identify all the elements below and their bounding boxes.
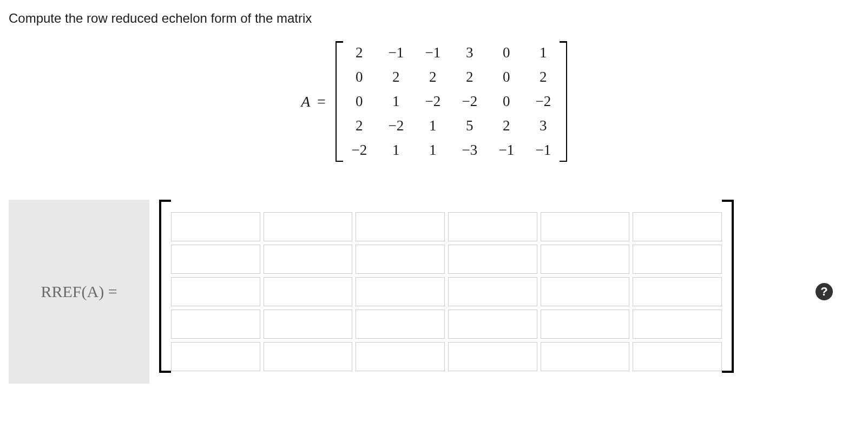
matrix-input-cell[interactable] — [541, 212, 630, 241]
answer-label: RREF(A) = — [9, 200, 149, 384]
matrix-cell: −2 — [424, 93, 442, 110]
matrix-input-cell[interactable] — [633, 245, 722, 274]
matrix-cell: 2 — [461, 69, 478, 85]
matrix-input-cell[interactable] — [448, 310, 537, 339]
matrix-input-cell[interactable] — [171, 245, 260, 274]
matrix-cell: −2 — [351, 142, 368, 159]
matrix-cell: 2 — [424, 69, 442, 85]
matrix-variable: A = — [301, 93, 326, 110]
matrix-cell: 2 — [387, 69, 405, 85]
matrix-input-cell[interactable] — [541, 245, 630, 274]
matrix-cell: 5 — [461, 117, 478, 134]
matrix-input-cell[interactable] — [171, 277, 260, 306]
matrix-cell: −1 — [424, 44, 442, 61]
matrix-input-cell[interactable] — [171, 342, 260, 371]
matrix-cell: 0 — [498, 69, 515, 85]
matrix-cell: 1 — [387, 93, 405, 110]
matrix-cell: −2 — [535, 93, 552, 110]
answer-area: RREF(A) = ? — [9, 200, 859, 384]
matrix-input-cell[interactable] — [448, 277, 537, 306]
matrix-cell: 2 — [535, 69, 552, 85]
matrix-input-cell[interactable] — [541, 342, 630, 371]
input-bracket-left-icon — [159, 200, 168, 373]
matrix-input-cell[interactable] — [356, 342, 445, 371]
matrix-input-cell[interactable] — [264, 212, 353, 241]
input-grid — [168, 207, 725, 377]
matrix-cell: 1 — [387, 142, 405, 159]
matrix-input-cell[interactable] — [448, 342, 537, 371]
bracket-left-icon — [336, 41, 341, 162]
matrix-equation: A = 2−1−130102220201−2−20−22−21523−211−3… — [9, 41, 859, 162]
input-bracket-right-icon — [725, 200, 734, 373]
matrix-cell: 2 — [351, 44, 368, 61]
matrix-input-cell[interactable] — [356, 212, 445, 241]
matrix-cell: 0 — [351, 69, 368, 85]
matrix-input-cell[interactable] — [356, 277, 445, 306]
matrix-cell: 2 — [498, 117, 515, 134]
matrix-input-cell[interactable] — [171, 310, 260, 339]
matrix-cell: 1 — [535, 44, 552, 61]
matrix-input-cell[interactable] — [264, 245, 353, 274]
matrix-input-cell[interactable] — [448, 212, 537, 241]
help-icon: ? — [816, 283, 833, 300]
bracket-right-icon — [562, 41, 567, 162]
matrix-input-cell[interactable] — [264, 342, 353, 371]
matrix-A: 2−1−130102220201−2−20−22−21523−211−3−1−1 — [336, 41, 567, 162]
matrix-input-cell[interactable] — [448, 245, 537, 274]
matrix-input-cell[interactable] — [633, 277, 722, 306]
matrix-cell: 2 — [351, 117, 368, 134]
matrix-input-cell[interactable] — [264, 277, 353, 306]
matrix-cell: −1 — [535, 142, 552, 159]
matrix-cell: 0 — [498, 93, 515, 110]
matrix-input-cell[interactable] — [356, 310, 445, 339]
matrix-cell: −2 — [461, 93, 478, 110]
matrix-cell: 0 — [498, 44, 515, 61]
matrix-input-cell[interactable] — [633, 212, 722, 241]
matrix-input-cell[interactable] — [541, 277, 630, 306]
matrix-cell: 0 — [351, 93, 368, 110]
help-button[interactable]: ? — [789, 200, 859, 384]
matrix-input-cell[interactable] — [264, 310, 353, 339]
matrix-input-cell[interactable] — [633, 342, 722, 371]
matrix-cell: 1 — [424, 117, 442, 134]
matrix-cell: −2 — [387, 117, 405, 134]
matrix-body: 2−1−130102220201−2−20−22−21523−211−3−1−1 — [341, 41, 562, 162]
matrix-input-cell[interactable] — [171, 212, 260, 241]
answer-matrix-input — [149, 200, 789, 384]
matrix-cell: 3 — [535, 117, 552, 134]
matrix-cell: 1 — [424, 142, 442, 159]
matrix-cell: −1 — [498, 142, 515, 159]
matrix-input-cell[interactable] — [541, 310, 630, 339]
matrix-cell: −1 — [387, 44, 405, 61]
matrix-input-cell[interactable] — [633, 310, 722, 339]
matrix-cell: −3 — [461, 142, 478, 159]
matrix-cell: 3 — [461, 44, 478, 61]
matrix-input-cell[interactable] — [356, 245, 445, 274]
question-prompt: Compute the row reduced echelon form of … — [9, 11, 859, 26]
